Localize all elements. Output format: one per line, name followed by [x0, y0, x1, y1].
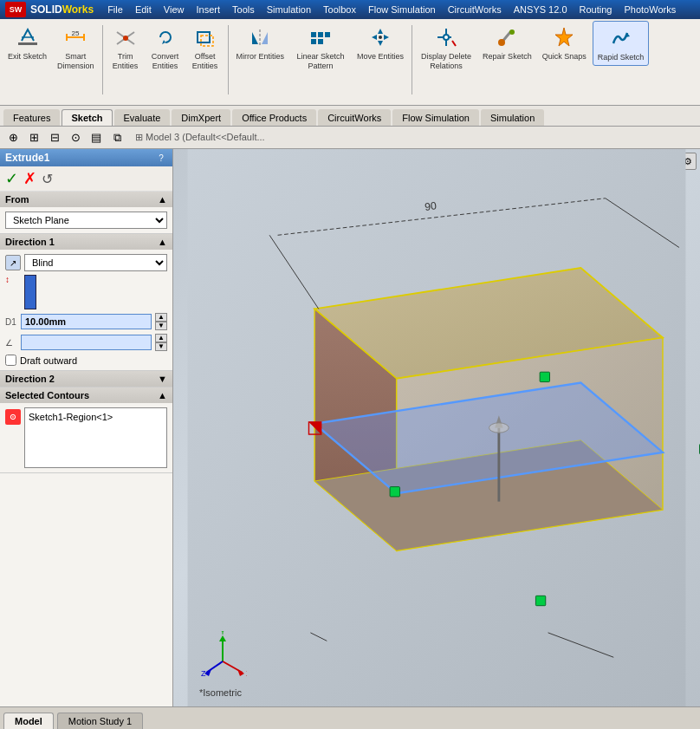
- svg-rect-10: [198, 32, 210, 42]
- selected-contours-section: Selected Contours ▲ ⊙ Sketch1-Region<1>: [0, 387, 172, 473]
- menu-ansys[interactable]: ANSYS 12.0: [509, 3, 573, 16]
- menu-file[interactable]: File: [102, 3, 128, 16]
- svg-line-26: [452, 41, 456, 46]
- direction2-section-header[interactable]: Direction 2 ▼: [0, 371, 172, 387]
- direction2-section-title: Direction 2: [5, 374, 55, 384]
- menu-tools[interactable]: Tools: [227, 3, 260, 16]
- quick-snaps-button[interactable]: Quick Snaps: [538, 21, 591, 64]
- move-entities-button[interactable]: Move Entities: [353, 21, 408, 64]
- svg-point-8: [123, 36, 128, 41]
- sec-btn-0[interactable]: ⊕: [3, 128, 23, 147]
- direction2-collapse-icon: ▼: [158, 374, 167, 384]
- main-area: Extrude1 ? ✓ ✗ ↺ From ▲ Sketch Plane Sur…: [0, 149, 700, 706]
- menu-circuitworks[interactable]: CircuitWorks: [443, 3, 507, 16]
- depth-up-button[interactable]: ▲: [155, 313, 167, 322]
- sec-btn-3[interactable]: ⊙: [66, 128, 85, 147]
- direction1-section-header[interactable]: Direction 1 ▲: [0, 234, 172, 250]
- mirror-entities-label: Mirror Entities: [237, 52, 285, 62]
- sec-btn-2[interactable]: ⊟: [45, 128, 64, 147]
- tab-flow-simulation[interactable]: Flow Simulation: [392, 109, 479, 126]
- viewport[interactable]: 🔍 ⚙: [173, 149, 700, 706]
- direction1-type-select[interactable]: Blind Through All Through All - Both Up …: [24, 254, 167, 271]
- smart-dimension-button[interactable]: 25 SmartDimension: [53, 21, 99, 74]
- exit-sketch-button[interactable]: Exit Sketch: [3, 21, 51, 64]
- menu-edit[interactable]: Edit: [130, 3, 157, 16]
- angle-up-button[interactable]: ▲: [155, 334, 167, 342]
- bottom-tab-model[interactable]: Model: [3, 713, 54, 729]
- angle-icon: ∠: [5, 338, 17, 348]
- divider-3: [412, 25, 412, 94]
- repair-sketch-icon: [493, 23, 521, 51]
- selected-contours-header[interactable]: Selected Contours ▲: [0, 387, 172, 403]
- secondary-toolbar: ⊕ ⊞ ⊟ ⊙ ▤ ⧉ ⊞ Model 3 (Default<<Default.…: [0, 127, 700, 149]
- panel-help-button[interactable]: ?: [155, 152, 167, 164]
- sec-btn-5[interactable]: ⧉: [107, 128, 126, 147]
- direction1-flip-button[interactable]: ↗: [5, 255, 21, 270]
- tab-features[interactable]: Features: [3, 109, 60, 126]
- confirm-ok-button[interactable]: ✓: [5, 169, 18, 188]
- svg-marker-9: [162, 40, 165, 44]
- depth-down-button[interactable]: ▼: [155, 322, 167, 330]
- display-delete-relations-icon: [432, 23, 460, 51]
- selected-contours-title: Selected Contours: [5, 390, 89, 400]
- confirm-cancel-button[interactable]: ✗: [23, 169, 36, 188]
- tab-dimxpert[interactable]: DimXpert: [172, 109, 230, 126]
- contour-list[interactable]: Sketch1-Region<1>: [24, 407, 167, 468]
- angle-spinner: ▲ ▼: [155, 334, 167, 351]
- direction1-collapse-icon: ▲: [158, 237, 167, 247]
- offset-entities-label: OffsetEntities: [192, 52, 218, 71]
- svg-marker-56: [237, 669, 244, 676]
- rapid-sketch-button[interactable]: Rapid Sketch: [593, 21, 650, 66]
- draft-outward-row: Draft outward: [5, 355, 167, 366]
- offset-entities-button[interactable]: OffsetEntities: [186, 21, 224, 74]
- svg-rect-17: [318, 39, 323, 44]
- svg-marker-21: [384, 35, 389, 40]
- app-logo: SW SOLIDWorks: [5, 2, 94, 17]
- svg-rect-14: [318, 32, 323, 37]
- menu-flow-simulation[interactable]: Flow Simulation: [363, 3, 441, 16]
- menu-toolbox[interactable]: Toolbox: [318, 3, 361, 16]
- menu-simulation[interactable]: Simulation: [262, 3, 316, 16]
- confirm-reset-button[interactable]: ↺: [42, 171, 53, 187]
- linear-sketch-pattern-button[interactable]: Linear Sketch Pattern: [290, 21, 351, 74]
- mirror-entities-button[interactable]: Mirror Entities: [232, 21, 289, 64]
- display-delete-relations-button[interactable]: Display Delete Relations: [416, 21, 476, 74]
- svg-point-25: [444, 35, 449, 40]
- depth-spinner: ▲ ▼: [155, 313, 167, 330]
- svg-rect-40: [390, 487, 399, 497]
- bottom-tab-motion-study[interactable]: Motion Study 1: [57, 713, 143, 729]
- trim-entities-button[interactable]: TrimEntities: [107, 21, 145, 74]
- bottom-tabs: Model Motion Study 1: [3, 707, 146, 729]
- tab-simulation[interactable]: Simulation: [481, 109, 544, 126]
- from-section-content: Sketch Plane Surface/Face/Plane Vertex O…: [0, 207, 172, 233]
- tab-office-products[interactable]: Office Products: [232, 109, 316, 126]
- convert-entities-button[interactable]: ConvertEntities: [146, 21, 185, 74]
- repair-sketch-button[interactable]: Repair Sketch: [478, 21, 536, 64]
- sec-btn-1[interactable]: ⊞: [24, 128, 43, 147]
- rapid-sketch-icon: [606, 24, 634, 52]
- sec-btn-4[interactable]: ▤: [87, 128, 106, 147]
- direction1-depth-input[interactable]: [21, 314, 152, 329]
- menu-view[interactable]: View: [159, 3, 190, 16]
- selected-contours-content: ⊙ Sketch1-Region<1>: [0, 403, 172, 472]
- exit-sketch-label: Exit Sketch: [8, 52, 47, 62]
- convert-entities-label: ConvertEntities: [152, 52, 179, 71]
- confirm-bar: ✓ ✗ ↺: [0, 166, 172, 192]
- from-section-header[interactable]: From ▲: [0, 192, 172, 207]
- model-path: ⊞ Model 3 (Default<<Default...: [135, 132, 265, 143]
- menu-insert[interactable]: Insert: [191, 3, 226, 16]
- app-name: SOLIDWorks: [30, 3, 94, 16]
- draft-outward-checkbox[interactable]: [5, 355, 16, 366]
- direction1-angle-row: ∠ ▲ ▼: [5, 334, 167, 351]
- svg-rect-41: [540, 372, 549, 381]
- direction1-angle-input[interactable]: [21, 335, 152, 350]
- svg-point-27: [498, 39, 505, 46]
- draft-outward-label: Draft outward: [20, 355, 77, 366]
- menu-routing[interactable]: Routing: [574, 3, 618, 16]
- tab-sketch[interactable]: Sketch: [62, 109, 112, 126]
- from-type-select[interactable]: Sketch Plane Surface/Face/Plane Vertex O…: [5, 212, 167, 229]
- tab-circuitworks[interactable]: CircuitWorks: [318, 109, 391, 126]
- menu-photoworks[interactable]: PhotoWorks: [619, 3, 681, 16]
- tab-evaluate[interactable]: Evaluate: [114, 109, 171, 126]
- angle-down-button[interactable]: ▼: [155, 342, 167, 351]
